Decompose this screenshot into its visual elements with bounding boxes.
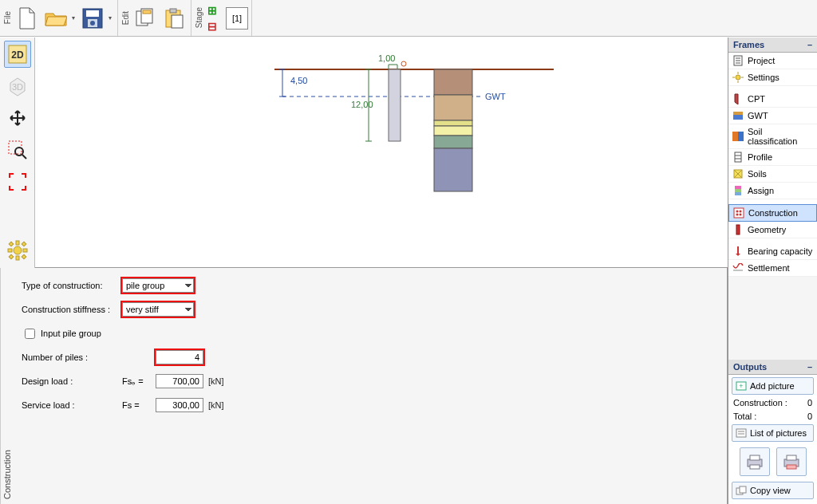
profile-icon (732, 152, 744, 163)
frames-list: Project Settings CPT GWT Soil classifica… (728, 53, 817, 277)
input-pile-group-checkbox[interactable] (25, 329, 35, 339)
frame-item-soils[interactable]: Soils (728, 166, 817, 183)
open-file-button[interactable]: ▾ (42, 5, 77, 32)
doc-icon (732, 55, 744, 66)
list-pictures-label: List of pictures (750, 428, 807, 438)
frame-item-bearing[interactable]: Bearing capacity (728, 243, 817, 260)
outputs-total-count: 0 (807, 411, 812, 421)
svg-rect-83 (787, 455, 796, 460)
copy-view-label: Copy view (750, 486, 791, 495)
design-unit: [kN] (208, 376, 224, 386)
save-file-button[interactable]: ▾ (79, 5, 114, 32)
service-load-input[interactable] (156, 398, 203, 412)
svg-rect-18 (16, 256, 19, 260)
svg-rect-23 (9, 254, 14, 259)
frames-header: Frames – (728, 37, 817, 53)
add-stage-button[interactable]: ⊞ (205, 3, 219, 18)
zoom-region-button[interactable] (4, 136, 31, 163)
collapse-icon[interactable]: – (807, 40, 812, 49)
top-toolbar: File ▾ ▾ Edit Stage ⊞ ⊟ [1] (0, 0, 817, 37)
svg-rect-39 (434, 95, 472, 120)
frames-panel: Frames – Project Settings CPT GWT Soil c… (728, 37, 817, 504)
copy-button[interactable] (132, 5, 159, 32)
svg-rect-81 (750, 465, 760, 469)
print-button[interactable] (740, 447, 770, 476)
svg-point-3 (90, 21, 95, 26)
svg-point-67 (736, 211, 739, 213)
print-color-button[interactable] (776, 447, 807, 476)
frame-item-project[interactable]: Project (728, 53, 817, 69)
stage-tab-1[interactable]: [1] (226, 7, 248, 30)
svg-line-15 (22, 155, 26, 159)
type-select[interactable]: pile group (122, 278, 194, 293)
list-pictures-button[interactable]: List of pictures (732, 424, 814, 442)
frame-item-profile[interactable]: Profile (728, 149, 817, 166)
copy-icon (736, 485, 747, 496)
service-sym: Fs = (122, 400, 151, 410)
add-picture-button[interactable]: + Add picture (732, 377, 814, 395)
frame-item-cpt[interactable]: CPT (728, 91, 817, 108)
frame-item-gwt[interactable]: GWT (728, 108, 817, 124)
list-icon (736, 427, 747, 439)
frame-item-label: Construction (748, 208, 798, 218)
soils-icon (732, 168, 744, 179)
frame-item-label: Settings (748, 73, 780, 82)
svg-rect-41 (434, 126, 472, 136)
new-file-button[interactable] (14, 5, 41, 32)
npiles-input[interactable] (156, 350, 203, 364)
view-2d-button[interactable]: 2D (4, 41, 31, 68)
paste-button[interactable] (160, 5, 187, 32)
svg-rect-17 (16, 241, 19, 245)
frame-item-label: Soils (748, 169, 767, 179)
chevron-down-icon[interactable]: ▾ (106, 5, 114, 32)
frame-item-construction[interactable]: Construction (728, 204, 817, 222)
frame-item-assign[interactable]: Assign (728, 183, 817, 199)
frame-item-settings[interactable]: Settings (728, 69, 817, 86)
outputs-construction-row: Construction : 0 (732, 397, 814, 408)
gwt-icon (732, 110, 744, 121)
svg-text:3D: 3D (11, 82, 22, 92)
canvas-dim-top: 1,00 (378, 53, 395, 63)
frame-item-label: CPT (748, 94, 765, 104)
svg-rect-56 (738, 132, 744, 141)
svg-rect-71 (736, 225, 740, 234)
service-unit: [kN] (208, 400, 224, 410)
svg-text:+: + (739, 382, 743, 390)
svg-rect-24 (22, 254, 26, 259)
construction-form: Construction Type of construction: pile … (0, 268, 728, 504)
outputs-header: Outputs – (728, 360, 817, 375)
collapse-icon[interactable]: – (807, 362, 812, 372)
remove-stage-button[interactable]: ⊟ (205, 19, 219, 33)
svg-rect-66 (734, 208, 744, 218)
settings-gear-button[interactable] (4, 237, 31, 264)
stiffness-select[interactable]: very stiff (122, 302, 194, 317)
svg-point-68 (740, 211, 742, 213)
assign-icon (732, 185, 744, 196)
input-pile-group-label: Input pile group (41, 329, 101, 338)
model-canvas[interactable]: 1,00 4,50 12,00 GWT (35, 37, 728, 268)
classification-icon (732, 131, 744, 142)
svg-rect-20 (23, 249, 27, 252)
frame-item-settlement[interactable]: Settlement (728, 260, 817, 277)
frame-item-label: Bearing capacity (748, 246, 812, 256)
pan-button[interactable] (4, 104, 31, 132)
svg-rect-1 (86, 10, 99, 17)
fit-view-button[interactable] (4, 168, 31, 195)
copy-view-button[interactable]: Copy view (732, 482, 814, 499)
edit-group: Edit (118, 0, 191, 36)
chevron-down-icon[interactable]: ▾ (69, 5, 77, 32)
geometry-icon (732, 224, 744, 235)
svg-rect-76 (736, 429, 746, 437)
construction-icon (733, 207, 744, 219)
frame-item-geometry[interactable]: Geometry (728, 222, 817, 238)
design-load-input[interactable] (156, 374, 203, 388)
svg-text:2D: 2D (11, 49, 24, 61)
canvas-dim-pile: 12,00 (351, 100, 373, 109)
gear-icon (732, 72, 744, 83)
frame-item-label: Settlement (748, 263, 790, 273)
frame-item-soil-classification[interactable]: Soil classification (728, 124, 817, 149)
view-3d-button[interactable]: 3D (4, 73, 31, 100)
svg-rect-40 (434, 120, 472, 126)
svg-rect-21 (9, 242, 14, 246)
settlement-icon (732, 262, 744, 274)
